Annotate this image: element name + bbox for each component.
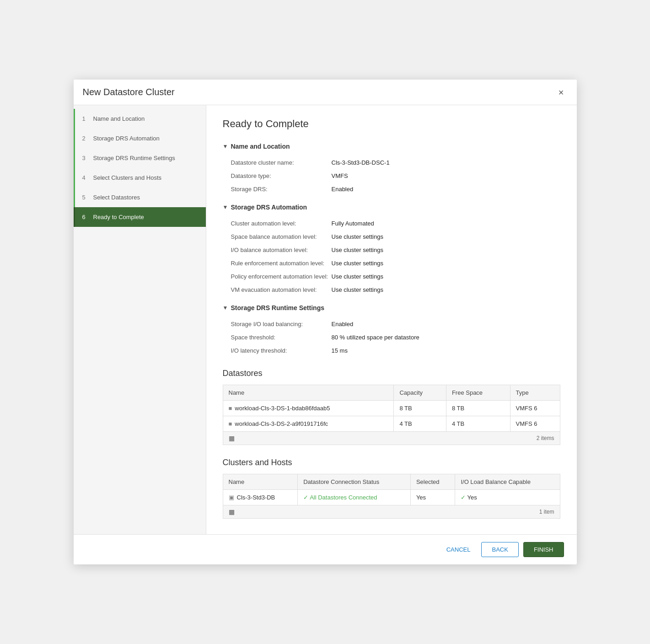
page-title: Ready to Complete xyxy=(223,118,560,130)
step-num-5: 5 xyxy=(82,194,89,201)
chevron-icon: ▼ xyxy=(223,143,228,150)
col-header: Free Space xyxy=(446,385,510,401)
sidebar-item-ready-to-complete[interactable]: 6Ready to Complete xyxy=(74,207,206,227)
section-storage-drs-automation: ▼ Storage DRS Automation xyxy=(223,204,560,211)
dialog-title: New Datastore Cluster xyxy=(83,87,175,97)
dialog-body: 1Name and Location2Storage DRS Automatio… xyxy=(74,105,577,534)
table-cell: 8 TB xyxy=(446,401,510,416)
chevron-icon-3: ▼ xyxy=(223,305,228,311)
table-cell: ■workload-Cls-3-DS-1-bdab86fdaab5 xyxy=(223,401,394,416)
sidebar-item-name-location[interactable]: 1Name and Location xyxy=(74,109,206,129)
table-cell: VMFS 6 xyxy=(510,401,560,416)
datastores-table: NameCapacityFree SpaceType ■workload-Cls… xyxy=(223,385,560,432)
step-num-6: 6 xyxy=(82,214,89,220)
table-row: ■workload-Cls-3-DS-2-a9f0191716fc4 TB4 T… xyxy=(223,416,560,432)
section-name-location-title: Name and Location xyxy=(231,143,290,150)
clusters-columns-icon: ▦ xyxy=(229,508,235,515)
col-header: Capacity xyxy=(394,385,446,401)
info-label: Storage I/O load balancing: xyxy=(231,319,332,329)
datastore-icon: ■ xyxy=(229,420,232,427)
table-cell: 4 TB xyxy=(446,416,510,432)
finish-button[interactable]: FINISH xyxy=(523,542,564,557)
table-cell: 8 TB xyxy=(394,401,446,416)
sidebar-item-select-datastores[interactable]: 5Select Datastores xyxy=(74,188,206,207)
sidebar-item-storage-drs-runtime[interactable]: 3Storage DRS Runtime Settings xyxy=(74,148,206,168)
close-button[interactable]: × xyxy=(555,86,568,99)
info-label: Storage DRS: xyxy=(231,184,332,194)
table-cell: ■workload-Cls-3-DS-2-a9f0191716fc xyxy=(223,416,394,432)
step-num-2: 2 xyxy=(82,135,89,142)
sidebar-label-name-location: Name and Location xyxy=(93,115,145,122)
col-header: I/O Load Balance Capable xyxy=(455,474,560,490)
sidebar-item-storage-drs-automation[interactable]: 2Storage DRS Automation xyxy=(74,129,206,148)
datastore-icon: ■ xyxy=(229,405,232,412)
table-cell: VMFS 6 xyxy=(510,416,560,432)
info-value: Use cluster settings xyxy=(332,231,560,242)
table-row: ■workload-Cls-3-DS-1-bdab86fdaab58 TB8 T… xyxy=(223,401,560,416)
col-header: Name xyxy=(223,474,298,490)
info-label: Datastore type: xyxy=(231,171,332,181)
step-num-1: 1 xyxy=(82,115,89,122)
datastores-table-footer: ▦ 2 items xyxy=(223,432,560,445)
dialog-footer: CANCEL BACK FINISH xyxy=(74,534,577,564)
info-label: Policy enforcement automation level: xyxy=(231,271,332,282)
section-name-location: ▼ Name and Location xyxy=(223,143,560,150)
info-value: Enabled xyxy=(332,319,560,329)
info-value: Use cluster settings xyxy=(332,271,560,282)
section-storage-drs-runtime: ▼ Storage DRS Runtime Settings xyxy=(223,304,560,311)
col-header: Name xyxy=(223,385,394,401)
check-icon: ✓ xyxy=(303,494,308,501)
chevron-icon-2: ▼ xyxy=(223,204,228,210)
section-storage-drs-automation-title: Storage DRS Automation xyxy=(231,204,307,211)
info-value: 80 % utilized space per datastore xyxy=(332,332,560,343)
clusters-table-footer: ▦ 1 item xyxy=(223,505,560,519)
section-storage-drs-runtime-title: Storage DRS Runtime Settings xyxy=(231,304,324,311)
connection-status: All Datastores Connected xyxy=(310,494,377,501)
back-button[interactable]: BACK xyxy=(481,542,518,557)
step-num-4: 4 xyxy=(82,174,89,181)
info-label: Datastore cluster name: xyxy=(231,157,332,168)
info-label: I/O balance automation level: xyxy=(231,245,332,255)
info-value: Use cluster settings xyxy=(332,284,560,295)
sidebar-label-select-datastores: Select Datastores xyxy=(93,194,140,201)
storage-drs-automation-grid: Cluster automation level:Fully Automated… xyxy=(231,218,560,295)
col-header: Selected xyxy=(410,474,455,490)
info-value: 15 ms xyxy=(332,345,560,356)
step-num-3: 3 xyxy=(82,155,89,161)
table-row: ▣Cls-3-Std3-DB✓All Datastores ConnectedY… xyxy=(223,490,560,505)
info-value: Cls-3-Std3-DB-DSC-1 xyxy=(332,157,560,168)
info-value: Fully Automated xyxy=(332,218,560,229)
cancel-button[interactable]: CANCEL xyxy=(440,542,477,557)
sidebar-label-storage-drs-automation: Storage DRS Automation xyxy=(93,135,160,142)
main-content: Ready to Complete ▼ Name and Location Da… xyxy=(206,105,577,534)
datastores-count: 2 items xyxy=(537,435,554,441)
sidebar: 1Name and Location2Storage DRS Automatio… xyxy=(74,105,206,534)
io-check-icon: ✓ xyxy=(461,494,466,501)
table-cell: ✓Yes xyxy=(455,490,560,505)
sidebar-item-select-clusters-hosts[interactable]: 4Select Clusters and Hosts xyxy=(74,168,206,188)
new-datastore-cluster-dialog: New Datastore Cluster × 1Name and Locati… xyxy=(74,80,577,564)
info-label: I/O latency threshold: xyxy=(231,345,332,356)
table-cell: Yes xyxy=(410,490,455,505)
clusters-hosts-table: NameDatastore Connection StatusSelectedI… xyxy=(223,474,560,505)
sidebar-label-select-clusters-hosts: Select Clusters and Hosts xyxy=(93,174,162,181)
info-value: Use cluster settings xyxy=(332,258,560,268)
info-label: Rule enforcement automation level: xyxy=(231,258,332,268)
col-header: Type xyxy=(510,385,560,401)
dialog-header: New Datastore Cluster × xyxy=(74,80,577,105)
sidebar-label-storage-drs-runtime: Storage DRS Runtime Settings xyxy=(93,155,175,161)
table-columns-icon: ▦ xyxy=(229,435,235,442)
info-label: VM evacuation automation level: xyxy=(231,284,332,295)
info-label: Space threshold: xyxy=(231,332,332,343)
info-label: Cluster automation level: xyxy=(231,218,332,229)
info-value: Enabled xyxy=(332,184,560,194)
info-value: Use cluster settings xyxy=(332,245,560,255)
clusters-section-title: Clusters and Hosts xyxy=(223,458,560,467)
info-label: Space balance automation level: xyxy=(231,231,332,242)
storage-drs-runtime-grid: Storage I/O load balancing:EnabledSpace … xyxy=(231,319,560,356)
info-value: VMFS xyxy=(332,171,560,181)
table-cell: ▣Cls-3-Std3-DB xyxy=(223,490,298,505)
clusters-count: 1 item xyxy=(539,509,554,515)
sidebar-label-ready-to-complete: Ready to Complete xyxy=(93,214,144,220)
datastores-section-title: Datastores xyxy=(223,369,560,378)
